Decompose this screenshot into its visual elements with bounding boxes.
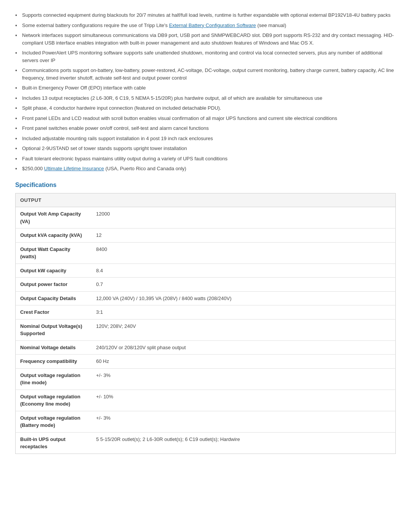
spec-label: Output Volt Amp Capacity (VA) [16,207,92,228]
spec-value: 120V; 208V; 240V [92,319,396,340]
spec-value: 5 5-15/20R outlet(s); 2 L6-30R outlet(s)… [92,432,396,454]
spec-value: 12,000 VA (240V) / 10,395 VA (208V) / 84… [92,291,396,305]
table-row: Output Volt Amp Capacity (VA)12000 [16,207,396,228]
bullet-text-12: Optional 2-9USTAND set of tower stands s… [22,145,187,151]
spec-value: 60 Hz [92,355,396,369]
table-row: Output Watt Capacity (watts)8400 [16,242,396,264]
spec-label: Output voltage regulation (Battery mode) [16,411,92,432]
specifications-title: Specifications [15,182,396,189]
table-row: Output Capacity Details12,000 VA (240V) … [16,291,396,305]
spec-value: 12000 [92,207,396,228]
feature-bullet-list: Supports connected equipment during blac… [15,11,396,173]
bullet-text-after-2: (see manual) [256,22,286,28]
table-row: Output power factor0.7 [16,278,396,292]
spec-value: 8400 [92,242,396,264]
bullet-text-8: Split phase, 4 conductor hardwire input … [22,105,221,111]
bullet-item-5: Communications ports support on-battery,… [15,67,396,81]
bullet-text-1: Supports connected equipment during blac… [22,12,390,18]
bullet-text-11: Included adjustable mounting rails suppo… [22,136,213,141]
spec-label: Nominal Output Voltage(s) Supported [16,319,92,340]
spec-value: 12 [92,228,396,243]
table-row: Nominal Voltage details240/120V or 208/1… [16,340,396,355]
spec-label: Frequency compatibility [16,355,92,369]
spec-value: 8.4 [92,264,396,278]
spec-value: 240/120V or 208/120V split phase output [92,340,396,355]
spec-value: +/- 3% [92,411,396,432]
bullet-text-before-2: Some external battery configurations req… [22,22,169,28]
bullet-item-10: Front panel switches enable power on/off… [15,125,396,132]
bullet-text-10: Front panel switches enable power on/off… [22,125,209,131]
spec-value: 3:1 [92,305,396,320]
spec-label: Output kW capacity [16,264,92,278]
spec-value: +/- 10% [92,390,396,411]
table-row: Output voltage regulation (line mode)+/-… [16,368,396,390]
bullet-text-9: Front panel LEDs and LCD readout with sc… [22,115,337,121]
bullet-text-7: Includes 13 output receptacles (2 L6-30R… [22,95,322,101]
spec-label: Output power factor [16,278,92,292]
table-row: Frequency compatibility60 Hz [16,355,396,369]
bullet-item-7: Includes 13 output receptacles (2 L6-30R… [15,94,396,102]
bullet-item-8: Split phase, 4 conductor hardwire input … [15,104,396,112]
table-row: Output kW capacity8.4 [16,264,396,278]
specifications-table: OUTPUT Output Volt Amp Capacity (VA)1200… [15,193,396,454]
spec-label: Output Capacity Details [16,291,92,305]
table-header: OUTPUT [16,193,396,207]
ultimate-insurance-link[interactable]: Ultimate Lifetime Insurance [44,166,104,171]
bullet-item-2: Some external battery configurations req… [15,22,396,29]
table-row: Built-in UPS output receptacles5 5-15/20… [16,432,396,454]
spec-label: Output kVA capacity (kVA) [16,228,92,243]
bullet-item-12: Optional 2-9USTAND set of tower stands s… [15,145,396,152]
bullet-item-9: Front panel LEDs and LCD readout with sc… [15,115,396,122]
spec-label: Output Watt Capacity (watts) [16,242,92,264]
bullet-item-1: Supports connected equipment during blac… [15,11,396,19]
bullet-item-11: Included adjustable mounting rails suppo… [15,135,396,142]
spec-label: Nominal Voltage details [16,340,92,355]
spec-label: Crest Factor [16,305,92,320]
bullet-item-13: Fault tolerant electronic bypass maintai… [15,155,396,163]
table-row: Crest Factor3:1 [16,305,396,320]
bullet-item-14: $250,000 Ultimate Lifetime Insurance (US… [15,165,396,173]
bullet-item-3: Network interfaces support simultaneous … [15,32,396,46]
bullet-item-4: Included PowerAlert UPS monitoring softw… [15,49,396,64]
bullet-text-after-14: (USA, Puerto Rico and Canada only) [104,166,186,171]
external-battery-link[interactable]: External Battery Configuration Software [169,22,256,28]
bullet-text-6: Built-in Emergency Power Off (EPO) inter… [22,85,146,91]
table-row: Output kVA capacity (kVA)12 [16,228,396,243]
bullet-text-4: Included PowerAlert UPS monitoring softw… [22,50,382,63]
table-row: Output voltage regulation (Economy line … [16,390,396,411]
spec-value: +/- 3% [92,368,396,390]
bullet-text-5: Communications ports support on-battery,… [22,67,394,81]
table-row: Output voltage regulation (Battery mode)… [16,411,396,432]
spec-value: 0.7 [92,278,396,292]
spec-label: Built-in UPS output receptacles [16,432,92,454]
bullet-text-before-14: $250,000 [22,166,44,171]
bullet-item-6: Built-in Emergency Power Off (EPO) inter… [15,84,396,92]
bullet-text-3: Network interfaces support simultaneous … [22,32,394,46]
table-row: Nominal Output Voltage(s) Supported120V;… [16,319,396,340]
bullet-text-13: Fault tolerant electronic bypass maintai… [22,156,228,161]
spec-label: Output voltage regulation (Economy line … [16,390,92,411]
spec-label: Output voltage regulation (line mode) [16,368,92,390]
